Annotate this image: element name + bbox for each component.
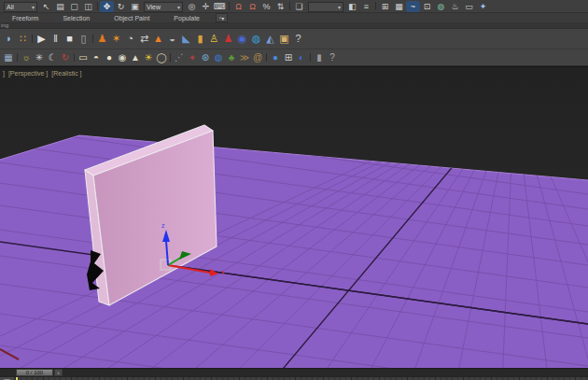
blue-dot-icon[interactable]: ◐: [295, 51, 308, 63]
play-simulation-icon[interactable]: ▶: [35, 32, 49, 47]
pin-icon[interactable]: ⌖: [186, 51, 199, 63]
person-box-icon[interactable]: ▣: [277, 32, 291, 47]
next-frame-button[interactable]: ›: [54, 369, 63, 376]
select-by-name-icon[interactable]: ▤: [53, 1, 67, 12]
percent-snap-icon[interactable]: %: [259, 1, 273, 12]
use-pivot-center-icon[interactable]: ◎: [185, 1, 199, 12]
help-icon[interactable]: ?: [291, 32, 305, 47]
light-icon[interactable]: ☼: [20, 51, 33, 63]
select-and-move-icon[interactable]: ✥: [100, 1, 114, 12]
objects-toolbar: ▦☼✳☾↻▭◓●◉▲☀◯⋰⌖⊛◍♣≫@●⊞◐▮?: [0, 49, 588, 66]
x-axis-label: x: [221, 269, 225, 275]
exchange-icon[interactable]: ⇄: [137, 32, 151, 47]
pot-icon[interactable]: ◒: [165, 32, 179, 47]
plane-shape-icon[interactable]: ▭: [77, 51, 90, 63]
globe-icon[interactable]: ◍: [212, 51, 225, 63]
select-and-manipulate-icon[interactable]: ✛: [199, 1, 213, 12]
bird-icon[interactable]: ≫: [238, 51, 251, 63]
viewport-general-label[interactable]: ]: [3, 70, 5, 77]
crowd-person-icon[interactable]: ♟: [95, 32, 109, 47]
snail-icon[interactable]: @: [251, 51, 264, 63]
snap-toggle-icon[interactable]: Ω: [231, 1, 245, 12]
named-selection-sets-dropdown[interactable]: ▾: [308, 2, 343, 12]
viewport-pov-label[interactable]: [Perspective ]: [8, 70, 48, 77]
pause-simulation-icon[interactable]: ‖: [49, 32, 63, 47]
stop-simulation-icon[interactable]: ■: [63, 32, 77, 47]
mug-icon[interactable]: ▮: [193, 32, 207, 47]
track-bar[interactable]: ▦ 05101520253035404550556065707580859095…: [0, 376, 588, 380]
spinner-snap-icon[interactable]: ⇅: [273, 1, 287, 12]
selection-filter-dropdown[interactable]: All▾: [4, 2, 37, 12]
perspective-viewport[interactable]: ] [Perspective ] [Realistic ]: [0, 66, 588, 368]
fan-icon[interactable]: ✳: [33, 51, 46, 63]
delete-simulation-icon[interactable]: ▯: [77, 32, 91, 47]
tab-populate[interactable]: Populate: [161, 15, 212, 21]
sun-icon[interactable]: ☀: [142, 51, 155, 63]
select-object-icon[interactable]: ↖: [39, 1, 53, 12]
separator: [74, 53, 75, 62]
viewport-canvas[interactable]: x z: [0, 67, 588, 369]
worker-person-icon[interactable]: ♙: [207, 32, 221, 47]
z-axis-label: z: [161, 222, 165, 229]
leaf-icon[interactable]: ♣: [225, 51, 238, 63]
render-icon[interactable]: ✦: [476, 1, 490, 12]
cone-icon[interactable]: ▲: [129, 51, 142, 63]
separator: [97, 2, 98, 10]
prism-icon[interactable]: ◭: [263, 32, 277, 47]
selection-region-icon[interactable]: ▢: [67, 1, 81, 12]
layer-manager-icon[interactable]: ⊞: [378, 1, 392, 12]
eye-icon[interactable]: ◉: [116, 51, 129, 63]
tab-object-paint[interactable]: Object Paint: [102, 15, 161, 21]
red-person-icon[interactable]: ♟: [221, 32, 235, 47]
time-slider-handle[interactable]: 0 / 100: [16, 369, 53, 376]
flow-icon[interactable]: ∷: [16, 32, 30, 47]
moon-icon[interactable]: ☾: [46, 51, 59, 63]
separator: [92, 35, 93, 43]
tab-selection[interactable]: Selection: [50, 15, 102, 21]
angle-snap-icon[interactable]: Ω: [245, 1, 259, 12]
separator: [32, 35, 33, 43]
edit-named-sets-icon[interactable]: ❏: [292, 1, 306, 12]
burst-icon[interactable]: ✶: [109, 32, 123, 47]
ribbon-toggle-icon[interactable]: ▦: [392, 1, 406, 12]
reference-coordinate-dropdown[interactable]: View▾: [144, 2, 183, 12]
swirl-ball-icon[interactable]: ◍: [249, 32, 263, 47]
select-and-scale-icon[interactable]: ▣: [128, 1, 142, 12]
schematic-view-icon[interactable]: ⊡: [420, 1, 434, 12]
battery-icon[interactable]: ▮: [313, 51, 326, 63]
separator: [310, 53, 311, 62]
dome-icon[interactable]: ◓: [90, 51, 103, 63]
delay-clock-icon[interactable]: ◔: [123, 32, 137, 47]
tab-freeform[interactable]: Freeform: [0, 15, 50, 21]
copy-objects-icon[interactable]: ⊞: [282, 51, 295, 63]
help-circle-icon[interactable]: ?: [326, 51, 339, 63]
separator: [229, 2, 230, 10]
blue-sphere-icon[interactable]: ●: [269, 51, 282, 63]
sphere-icon[interactable]: ●: [103, 51, 116, 63]
ring-icon[interactable]: ◯: [155, 51, 168, 63]
keyboard-override-icon[interactable]: ⌨: [213, 1, 227, 12]
table-icon[interactable]: ▦: [2, 51, 15, 63]
main-toolbar: All▾↖▤▢◫✥↻▣View▾◎✛⌨ΩΩ%⇅❏▾◧≡⊞▦~⊡◍♨▭✦: [0, 0, 588, 13]
window-crossing-icon[interactable]: ◫: [81, 1, 95, 12]
curve-editor-icon[interactable]: ~: [406, 1, 420, 12]
flask-icon[interactable]: ◣: [179, 32, 193, 47]
chevron-down-icon: ▾: [338, 4, 341, 10]
material-editor-icon[interactable]: ◍: [434, 1, 448, 12]
render-setup-icon[interactable]: ♨: [448, 1, 462, 12]
mirror-icon[interactable]: ◧: [345, 1, 359, 12]
select-and-rotate-icon[interactable]: ↻: [114, 1, 128, 12]
rendered-frame-icon[interactable]: ▭: [462, 1, 476, 12]
hatch-icon[interactable]: ⋰: [173, 51, 186, 63]
atom-icon[interactable]: ⊛: [199, 51, 212, 63]
separator: [266, 53, 267, 62]
viewport-shading-label[interactable]: [Realistic ]: [51, 70, 81, 77]
time-slider[interactable]: 0 / 100 ›: [0, 368, 588, 376]
idle-area-icon[interactable]: ◗: [2, 32, 16, 47]
wind-swirl-icon[interactable]: ↻: [59, 51, 72, 63]
disc-icon[interactable]: ◉: [235, 32, 249, 47]
ribbon-minimize-button[interactable]: ▫ ▾: [216, 13, 228, 22]
align-icon[interactable]: ≡: [359, 1, 373, 12]
flame-icon[interactable]: ▲: [151, 32, 165, 47]
separator: [375, 2, 376, 10]
